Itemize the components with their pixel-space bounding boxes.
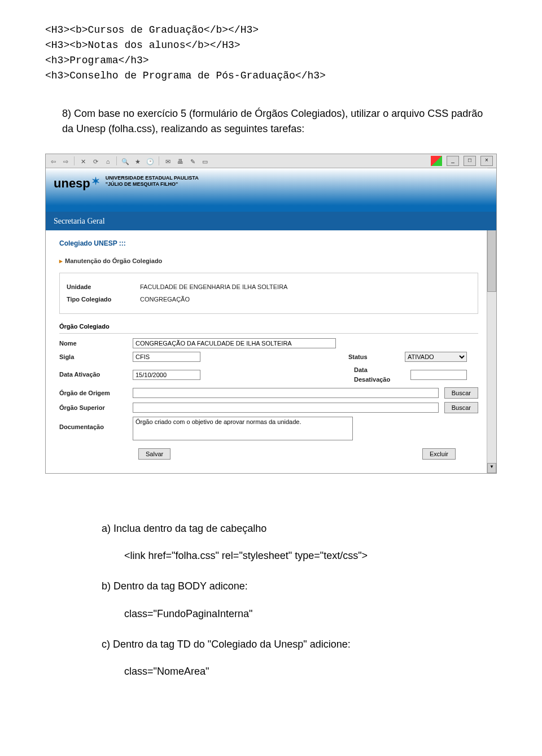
search-icon[interactable]: 🔍 xyxy=(121,157,129,165)
data-desativacao-label: Data Desativação xyxy=(354,365,405,384)
unidade-panel: Unidade FACULDADE DE ENGENHARIA DE ILHA … xyxy=(59,273,478,314)
tipo-colegiado-label: Tipo Colegiado xyxy=(67,295,134,304)
header-banner: unesp ✶ UNIVERSIDADE ESTADUAL PAULISTA "… xyxy=(46,168,496,230)
secretaria-bar: Secretaria Geral xyxy=(46,212,496,230)
buscar-origem-button[interactable]: Buscar xyxy=(444,387,478,399)
orgao-origem-label: Órgão de Origem xyxy=(59,388,127,398)
status-select[interactable]: ATIVADO xyxy=(405,352,467,362)
orgao-origem-input[interactable] xyxy=(133,388,439,398)
code-line: <H3><b>Notas dos alunos</b></H3> xyxy=(45,38,497,53)
logo-text: unesp xyxy=(54,174,90,193)
sigla-input[interactable] xyxy=(133,352,200,362)
buscar-superior-button[interactable]: Buscar xyxy=(444,402,478,413)
answer-b: b) Dentro da tag BODY adicone: xyxy=(102,576,497,596)
forward-icon[interactable]: ⇨ xyxy=(62,157,69,165)
star-icon: ✶ xyxy=(91,174,100,189)
unesp-logo: unesp ✶ xyxy=(54,174,100,193)
embedded-screenshot: ⇦ ⇨ ✕ ⟳ ⌂ 🔍 ★ 🕑 ✉ 🖶 ✎ ▭ _ □ × ▲ ▼ unesp … xyxy=(45,154,497,474)
status-label: Status xyxy=(348,352,399,362)
answer-list: a) Inclua dentro da tag de cabeçalho <li… xyxy=(102,519,497,681)
print-icon[interactable]: 🖶 xyxy=(176,157,184,165)
uni-line2: "JÚLIO DE MESQUITA FILHO" xyxy=(106,181,199,187)
orgao-colegiado-heading: Órgão Colegiado xyxy=(59,320,478,334)
answer-c: c) Dentro da tag TD do "Colegiado da Une… xyxy=(102,635,497,654)
favorites-icon[interactable]: ★ xyxy=(134,157,142,165)
documentacao-label: Documentação xyxy=(59,417,127,432)
code-line: <H3><b>Cursos de Graduação</b></H3> xyxy=(45,23,497,38)
excluir-button[interactable]: Excluir xyxy=(422,448,456,460)
doc-icon[interactable]: ▭ xyxy=(201,157,209,165)
mail-icon[interactable]: ✉ xyxy=(164,157,172,165)
separator xyxy=(116,156,117,165)
subsection-title: Manutenção do Órgão Colegiado xyxy=(59,256,478,266)
orgao-form: Nome Sigla Status ATIVADO Data Ativação xyxy=(59,338,478,462)
close-button[interactable]: × xyxy=(480,156,493,166)
back-icon[interactable]: ⇦ xyxy=(49,157,57,165)
answer-c-code: class="NomeArea" xyxy=(124,662,497,681)
edit-icon[interactable]: ✎ xyxy=(189,157,196,165)
history-icon[interactable]: 🕑 xyxy=(146,157,154,165)
scroll-down-icon[interactable]: ▼ xyxy=(487,463,496,473)
nome-input[interactable] xyxy=(133,338,336,348)
university-name: UNIVERSIDADE ESTADUAL PAULISTA "JÚLIO DE… xyxy=(106,174,199,187)
unidade-value: FACULDADE DE ENGENHARIA DE ILHA SOLTEIRA xyxy=(140,282,287,292)
maximize-button[interactable]: □ xyxy=(464,156,476,166)
salvar-button[interactable]: Salvar xyxy=(138,448,171,460)
documentacao-textarea[interactable]: Órgão criado com o objetivo de aprovar n… xyxy=(133,417,353,440)
data-desativacao-input[interactable] xyxy=(410,370,467,380)
windows-logo-icon xyxy=(431,156,442,166)
data-ativacao-input[interactable] xyxy=(133,370,200,380)
code-line: <h3>Conselho de Programa de Pós-Graduaçã… xyxy=(45,68,497,84)
question-paragraph: 8) Com base no exercício 5 (formulário d… xyxy=(62,106,497,137)
unidade-label: Unidade xyxy=(67,282,134,292)
answer-a-code: <link href="folha.css" rel="stylesheet" … xyxy=(124,546,497,565)
orgao-superior-label: Órgão Superior xyxy=(59,403,127,413)
sigla-label: Sigla xyxy=(59,352,127,362)
separator xyxy=(159,156,159,165)
answer-a: a) Inclua dentro da tag de cabeçalho xyxy=(102,519,497,538)
home-icon[interactable]: ⌂ xyxy=(104,157,112,165)
browser-toolbar: ⇦ ⇨ ✕ ⟳ ⌂ 🔍 ★ 🕑 ✉ 🖶 ✎ ▭ _ □ × xyxy=(46,154,496,168)
section-title: Colegiado UNESP ::: xyxy=(59,238,478,248)
refresh-icon[interactable]: ⟳ xyxy=(91,157,99,165)
uni-line1: UNIVERSIDADE ESTADUAL PAULISTA xyxy=(106,175,199,181)
answer-b-code: class="FundoPaginaInterna" xyxy=(124,604,497,623)
page-content: Colegiado UNESP ::: Manutenção do Órgão … xyxy=(46,230,487,473)
nome-label: Nome xyxy=(59,339,127,348)
separator xyxy=(74,156,75,165)
code-block: <H3><b>Cursos de Graduação</b></H3> <H3>… xyxy=(45,23,497,84)
data-ativacao-label: Data Ativação xyxy=(59,370,127,379)
tipo-colegiado-value: CONGREGAÇÃO xyxy=(140,295,190,304)
code-line: <h3>Programa</h3> xyxy=(45,53,497,68)
orgao-superior-input[interactable] xyxy=(133,403,439,413)
minimize-button[interactable]: _ xyxy=(447,156,459,166)
stop-icon[interactable]: ✕ xyxy=(79,157,87,165)
